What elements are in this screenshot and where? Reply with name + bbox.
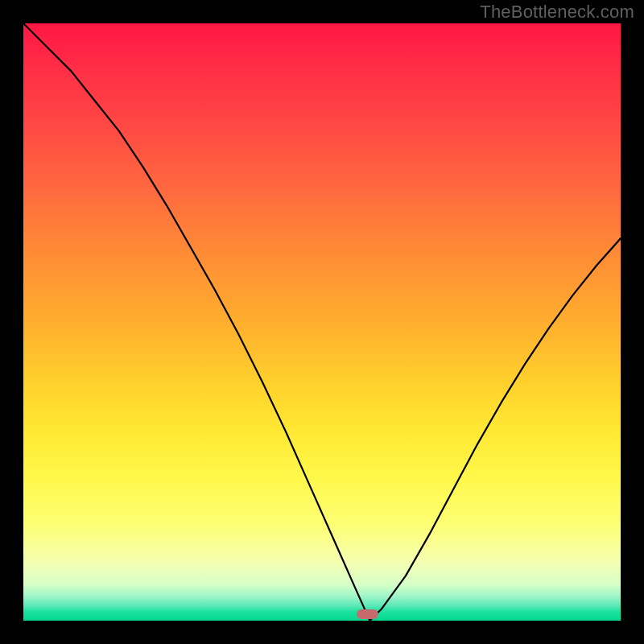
- curve-path: [23, 23, 621, 621]
- minimum-marker: [357, 609, 378, 619]
- chart-frame: TheBottleneck.com: [0, 0, 644, 644]
- plot-area: [23, 23, 621, 621]
- watermark-text: TheBottleneck.com: [480, 2, 634, 23]
- bottleneck-curve: [23, 23, 621, 621]
